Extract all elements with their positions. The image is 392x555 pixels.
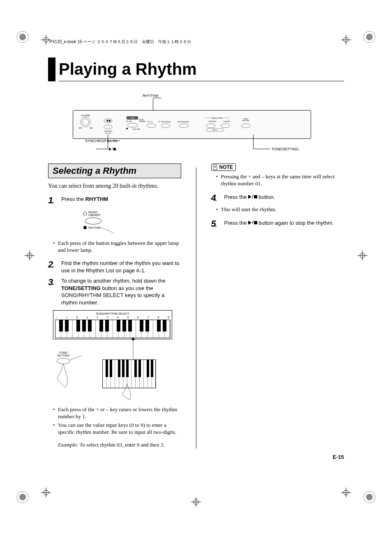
diagram-callout-tonesetting: TONE/SETTING (272, 147, 299, 151)
step-2: 2. Find the rhythm number of the rhythm … (48, 260, 181, 274)
svg-point-72 (85, 218, 101, 224)
step-text: Press the / button again to stop the rhy… (224, 219, 334, 226)
step-1-notes: Each press of the button toggles between… (48, 240, 181, 254)
step-text: To change to another rhythm, hold down t… (61, 277, 181, 306)
svg-text:RECORDER: RECORDER (161, 121, 171, 123)
svg-text:CLASSIC: CLASSIC (223, 120, 230, 122)
example-text: Example: To select rhythm 03, enter 0 an… (58, 442, 181, 449)
svg-text:L R: L R (150, 121, 152, 123)
step-text: Find the rhythm number of the rhythm you… (61, 260, 181, 274)
play-stop-icon: / (248, 193, 257, 200)
diagram-label-top: SONG/RHYTHM SELECT (55, 312, 170, 315)
svg-text:LIBRARY: LIBRARY (88, 214, 101, 216)
svg-point-49 (148, 121, 149, 122)
svg-text:A-B: A-B (129, 120, 132, 122)
hand-press-icon (119, 384, 139, 401)
svg-text:VOLUME: VOLUME (81, 114, 90, 117)
note-block: NOTE Pressing the + and – keys at the sa… (211, 164, 344, 187)
svg-text:TONE: TONE (130, 117, 134, 119)
list-item: Each press of the button toggles between… (58, 240, 181, 254)
list-item: Each press of the + or – key raises or l… (58, 406, 181, 420)
svg-rect-39 (109, 120, 111, 122)
svg-text:GRAND PIANO: GRAND PIANO (211, 117, 223, 119)
step-3-notes: Each press of the + or – key raises or l… (48, 406, 181, 436)
registration-mark-icon (14, 29, 31, 45)
crosshair-icon (357, 251, 367, 262)
keyboard-illustration (55, 320, 170, 338)
svg-line-76 (69, 355, 82, 360)
svg-point-75 (57, 358, 70, 364)
svg-point-56 (180, 124, 189, 128)
svg-point-29 (81, 117, 90, 127)
svg-point-44 (126, 120, 128, 122)
svg-point-46 (127, 123, 138, 127)
step-5: 5. Press the / button again to stop the … (211, 219, 344, 229)
chapter-title-row: Playing a Rhythm (48, 58, 344, 81)
svg-point-5 (19, 494, 26, 500)
play-stop-icon: / (248, 219, 257, 226)
svg-point-3 (366, 34, 373, 40)
chapter-title: Playing a Rhythm (59, 58, 344, 81)
svg-point-73 (83, 226, 87, 229)
step-number: 2. (48, 260, 61, 269)
svg-point-52 (159, 121, 160, 122)
diagram-callout-rhythm: RHYTHM (143, 94, 159, 98)
step-number: 3. (48, 277, 61, 287)
svg-point-1 (19, 34, 26, 40)
svg-marker-38 (106, 120, 108, 122)
svg-text:SPLIT: SPLIT (212, 129, 217, 131)
control-panel-diagram: RHYTHM VOLUME MIN MAX SYNCHRO/ FILL-IN (65, 94, 319, 155)
note-label: NOTE (211, 164, 236, 171)
step-number: 1. (48, 196, 61, 205)
step-text: Press the / button. (224, 193, 275, 200)
registration-mark-icon (361, 29, 378, 45)
svg-text:SETTING: SETTING (242, 120, 249, 122)
svg-rect-79 (213, 165, 217, 170)
step-number: 5. (211, 219, 224, 229)
control-panel-illustration: VOLUME MIN MAX SYNCHRO/ FILL-IN TONE MUS… (73, 110, 311, 139)
svg-point-51 (147, 124, 156, 128)
list-item: This will start the rhythm. (221, 206, 344, 213)
svg-text:LIBRARY: LIBRARY (139, 120, 146, 122)
svg-text:RHYTHM: RHYTHM (133, 128, 140, 130)
svg-point-54 (161, 124, 170, 128)
intro-text: You can select from among 20 built-in rh… (48, 182, 181, 190)
step-1: 1. Press the RHYTHM (48, 196, 181, 205)
note-list: Pressing the + and – keys at the same ti… (211, 173, 344, 187)
diagram-callout-playstop: / (109, 147, 116, 152)
note-icon (212, 164, 218, 170)
list-item: Pressing the + and – keys at the same ti… (221, 173, 344, 187)
svg-text:MAX: MAX (90, 127, 93, 129)
chapter-title-bar (48, 58, 55, 81)
svg-point-30 (82, 119, 89, 125)
svg-text:MUSIC: MUSIC (88, 211, 98, 214)
svg-text:FILL-IN: FILL-IN (105, 132, 111, 134)
step-number: 4. (211, 193, 224, 203)
svg-point-34 (104, 125, 112, 129)
column-divider (196, 168, 196, 449)
step-3: 3. To change to another rhythm, hold dow… (48, 277, 181, 306)
step-text: Press the RHYTHM (61, 196, 108, 203)
hand-press-icon (53, 355, 86, 392)
svg-point-68 (241, 124, 250, 128)
svg-text:METRONOME: METRONOME (178, 121, 189, 123)
svg-point-63 (221, 124, 230, 128)
step-4-notes: This will start the rhythm. (211, 206, 344, 213)
svg-point-7 (366, 494, 373, 500)
step-4: 4. Press the / button. (211, 193, 344, 203)
list-item: You can use the value input keys (0 to 9… (58, 422, 181, 436)
svg-marker-78 (131, 337, 135, 340)
svg-text:MODERN: MODERN (209, 120, 216, 122)
page-number: E-15 (333, 454, 344, 460)
svg-text:MIN: MIN (79, 127, 82, 129)
crosshair-icon (25, 251, 35, 262)
registration-mark-icon (14, 489, 31, 505)
section-heading: Selecting a Rhythm (48, 164, 181, 178)
diagram-callout-synchro: SYNCHRO/FILL-IN (85, 139, 117, 143)
svg-point-69 (83, 212, 87, 215)
svg-point-47 (126, 128, 128, 129)
svg-point-62 (206, 124, 215, 128)
registration-mark-icon (361, 489, 378, 505)
svg-text:RHYTHM: RHYTHM (88, 226, 101, 229)
rhythm-lamp-diagram: MUSIC LIBRARY RHYTHM (69, 210, 126, 234)
